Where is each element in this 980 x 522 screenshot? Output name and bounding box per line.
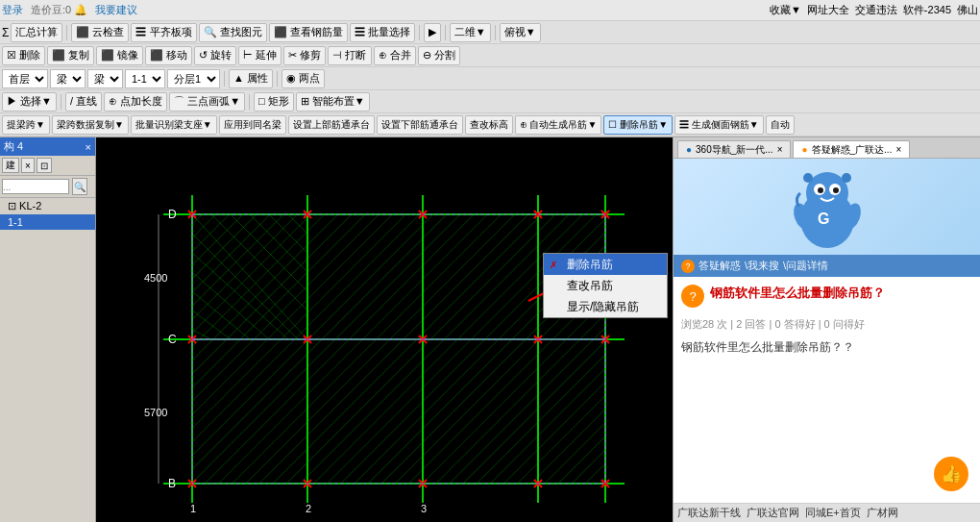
dim-4500: 4500 (144, 272, 167, 284)
tree-btn-del[interactable]: × (21, 158, 35, 173)
separator6 (277, 71, 278, 87)
check-x-icon: ✗ (550, 260, 557, 270)
answer-content[interactable]: ? 钢筋软件里怎么批量删除吊筋？ 浏览28 次 | 2 回答 | 0 答得好 |… (674, 277, 980, 503)
btn-break[interactable]: ⊣ 打断 (328, 46, 371, 65)
traffic-link[interactable]: 交通违法 (855, 3, 897, 17)
btn-lift-span[interactable]: 提梁跨▼ (2, 115, 50, 135)
app-wrapper: 登录 造价豆:0 🔔 我要建议 收藏▼ 网址大全 交通违法 软件-2345 佛山… (0, 0, 980, 522)
bookmark-2[interactable]: 广联达官网 (747, 506, 799, 520)
btn-delete-hanger[interactable]: ☐ 删除吊筋▼ (603, 115, 673, 135)
btn-find-elem[interactable]: 🔍 查找图元 (199, 23, 267, 42)
btn-select[interactable]: ▶ 选择▼ (2, 92, 57, 112)
tab-answer-close[interactable]: × (895, 144, 901, 155)
bookmark-link[interactable]: 收藏▼ (770, 3, 801, 17)
elem-select2[interactable]: 梁 (87, 69, 123, 88)
tree-btn-add[interactable]: 建 (2, 158, 19, 173)
btn-extend[interactable]: ⊢ 延伸 (238, 46, 282, 65)
span-1 (192, 214, 307, 339)
tab-360[interactable]: ● 360导航_新一代... × (677, 140, 791, 158)
menu-item-modify-hanger[interactable]: 查改吊筋 (544, 275, 667, 296)
separator5 (224, 71, 225, 87)
bookmark-3[interactable]: 同城E+首页 (805, 506, 861, 520)
tab-360-close[interactable]: × (777, 144, 783, 155)
btn-two-points[interactable]: ◉ 两点 (282, 69, 325, 88)
layer-select[interactable]: 1-1 (125, 69, 165, 88)
login-link[interactable]: 登录 (2, 3, 23, 17)
btn-cloud-check[interactable]: ⬛ 云检查 (71, 23, 129, 42)
btn-property[interactable]: ▲ 属性 (229, 69, 273, 88)
tree-search-bar: 🔍 (0, 176, 95, 198)
thumbs-up-button[interactable]: 👍 (934, 457, 968, 491)
bookmark-1[interactable]: 广联达新干线 (677, 506, 741, 520)
menu-item-toggle-hanger[interactable]: 显示/隐藏吊筋 (544, 296, 667, 317)
cad-toolbar-4: ▶ 选择▼ / 直线 ⊕ 点加长度 ⌒ 三点画弧▼ □ 矩形 ⊞ 智能布置▼ (0, 90, 980, 113)
btn-span-copy[interactable]: 梁跨数据复制▼ (52, 115, 129, 135)
cad-toolbar-5: 提梁跨▼ 梁跨数据复制▼ 批量识别梁支座▼ 应用到同名梁 设置上部筋通承台 设置… (0, 113, 980, 137)
tab-answer[interactable]: ● 答疑解惑_广联达... × (793, 140, 910, 158)
btn-modify-height[interactable]: 查改标高 (465, 115, 513, 135)
cad-toolbar-2: ☒ 删除 ⬛ 复制 ⬛ 镜像 ⬛ 移动 ↺ 旋转 ⊢ 延伸 ✂ 修剪 ⊣ 打断 … (0, 44, 980, 67)
btn-2d[interactable]: 二维▼ (450, 23, 491, 42)
software-link[interactable]: 软件-2345 (903, 3, 951, 17)
span-8 (538, 339, 605, 484)
tree-search-input[interactable] (2, 179, 69, 194)
nav-link[interactable]: 网址大全 (807, 3, 849, 17)
btn-apply-same[interactable]: 应用到同名梁 (219, 115, 286, 135)
btn-view[interactable]: 俯视▼ (500, 23, 541, 42)
kl2-label: KL-2 (19, 200, 41, 211)
btn-auto-hanger[interactable]: ⊕ 自动生成吊筋▼ (515, 115, 602, 135)
sublayer-select[interactable]: 分层1 (167, 69, 220, 88)
btn-set-upper[interactable]: 设置上部筋通承台 (288, 115, 375, 135)
separator2 (419, 25, 420, 40)
suggest-link[interactable]: 我要建议 (95, 3, 137, 17)
separator (66, 25, 67, 40)
btn-smart[interactable]: ⊞ 智能布置▼ (296, 92, 370, 112)
btn-add-length[interactable]: ⊕ 点加长度 (104, 92, 167, 112)
btn-set-lower[interactable]: 设置下部筋通承台 (377, 115, 463, 135)
separator4 (495, 25, 496, 40)
btn-batch-id[interactable]: 批量识别梁支座▼ (131, 115, 217, 135)
browser-tabs: ● 360导航_新一代... × ● 答疑解惑_广联达... × (674, 137, 980, 159)
btn-delete[interactable]: ☒ 删除 (2, 46, 45, 65)
span-3 (423, 214, 538, 339)
tree-panel: 构 4 × 建 × ⊡ 🔍 ⊡ KL-2 1-1 (0, 137, 96, 522)
btn-arc[interactable]: ⌒ 三点画弧▼ (169, 92, 245, 112)
btn-merge[interactable]: ⊕ 合并 (374, 46, 416, 65)
city-link[interactable]: 佛山 (957, 3, 978, 17)
sep8 (249, 94, 250, 110)
btn-line[interactable]: / 直线 (65, 92, 102, 112)
menu-item-delete-hanger[interactable]: ✗ 删除吊筋 (544, 254, 667, 275)
bookmark-4[interactable]: 广材网 (867, 506, 898, 520)
answer-link-bar: ? 答疑解惑 \我来搜 \问题详情 (674, 255, 980, 277)
elem-select[interactable]: 梁 (50, 69, 86, 88)
cad-drawing-area[interactable]: D C B 4500 5700 1 2 3 (96, 137, 673, 522)
tree-search-btn[interactable]: 🔍 (72, 178, 87, 195)
btn-batch-select[interactable]: ☰ 批量选择 (350, 23, 415, 42)
btn-mirror[interactable]: ⬛ 镜像 (96, 46, 143, 65)
floor-select[interactable]: 首层 (2, 69, 48, 88)
context-menu: ✗ 删除吊筋 查改吊筋 显示/隐藏吊筋 (543, 253, 668, 318)
btn-more[interactable]: ▶ (424, 23, 441, 42)
btn-rect[interactable]: □ 矩形 (254, 92, 294, 112)
btn-split[interactable]: ⊖ 分割 (418, 46, 460, 65)
btn-flat-slab[interactable]: ☰ 平齐板项 (131, 23, 196, 42)
btn-gen-side-rebar[interactable]: ☰ 生成侧面钢筋▼ (674, 115, 764, 135)
question-block: ? 钢筋软件里怎么批量删除吊筋？ 浏览28 次 | 2 回答 | 0 答得好 |… (681, 285, 972, 356)
tree-item-kl2[interactable]: ⊡ KL-2 (0, 198, 95, 214)
user-bar: 登录 造价豆:0 🔔 我要建议 收藏▼ 网址大全 交通违法 软件-2345 佛山 (0, 0, 980, 21)
answer-stats: 浏览28 次 | 2 回答 | 0 答得好 | 0 问得好 (681, 317, 972, 332)
tree-close[interactable]: × (86, 141, 91, 153)
btn-rotate[interactable]: ↺ 旋转 (194, 46, 236, 65)
btn-sum-calc[interactable]: 汇总计算 (11, 23, 62, 42)
search-link[interactable]: \我来搜 (745, 259, 779, 273)
tree-btn-copy[interactable]: ⊡ (37, 158, 52, 173)
360-favicon: ● (686, 144, 692, 155)
btn-move[interactable]: ⬛ 移动 (145, 46, 192, 65)
detail-link[interactable]: \问题详情 (783, 259, 828, 273)
separator3 (445, 25, 446, 40)
btn-auto2[interactable]: 自动 (766, 115, 795, 135)
btn-view-rebar[interactable]: ⬛ 查看钢筋量 (269, 23, 348, 42)
tree-item-11[interactable]: 1-1 (0, 214, 95, 230)
btn-copy[interactable]: ⬛ 复制 (47, 46, 94, 65)
btn-trim[interactable]: ✂ 修剪 (283, 46, 326, 65)
